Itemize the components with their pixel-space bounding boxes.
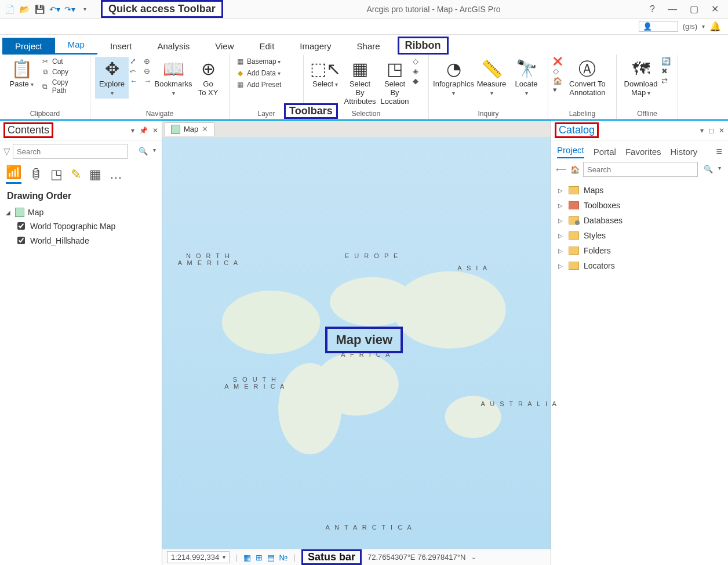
paste-button[interactable]: 📋 Paste xyxy=(5,57,38,90)
contents-view-modes: 📶 🛢 ◳ ✎ ▦ … xyxy=(0,162,162,186)
map-canvas[interactable]: N O R T HA M E R I C A E U R O P E A S I… xyxy=(162,137,551,549)
layer-item[interactable]: World_Hillshade xyxy=(5,233,157,248)
map-tab[interactable]: Map ✕ xyxy=(165,122,214,136)
list-by-drawing-order-icon[interactable]: 📶 xyxy=(6,165,21,184)
catalog-tab-portal[interactable]: Portal xyxy=(594,147,616,157)
selection-mini-tools[interactable]: ◇ ◈ ◆ xyxy=(413,57,424,85)
list-by-source-icon[interactable]: 🛢 xyxy=(30,167,42,182)
download-map-button[interactable]: 🗺 Download Map xyxy=(621,57,660,99)
ribbon-group-title: Navigate xyxy=(95,108,224,118)
signin-box[interactable]: 👤 xyxy=(639,21,678,32)
correction-icon[interactable]: № xyxy=(279,553,288,562)
pane-close-icon[interactable]: ✕ xyxy=(152,126,158,135)
catalog-node[interactable]: ▷Maps xyxy=(556,183,723,198)
new-project-icon[interactable]: 📄 xyxy=(3,3,15,15)
layer-item[interactable]: World Topographic Map xyxy=(5,219,157,233)
snapping-icon[interactable]: ▦ xyxy=(243,553,251,562)
redo-icon[interactable]: ↷▾ xyxy=(64,3,75,15)
pane-pin-icon[interactable]: 📌 xyxy=(139,126,148,135)
list-by-editing-icon[interactable]: ✎ xyxy=(71,167,81,182)
search-dropdown-icon[interactable]: ▾ xyxy=(718,165,721,171)
search-dropdown-icon[interactable]: ▾ xyxy=(153,147,156,153)
copy-button[interactable]: ⧉Copy xyxy=(39,67,85,77)
catalog-home-icon[interactable]: 🏠 xyxy=(570,165,580,174)
layer-visibility-checkbox[interactable] xyxy=(17,222,25,230)
tab-analysis[interactable]: Analysis xyxy=(144,38,202,55)
save-project-icon[interactable]: 💾 xyxy=(34,3,45,15)
cut-icon: ✂ xyxy=(41,57,50,66)
catalog-node[interactable]: ▷Folders xyxy=(556,243,723,258)
minimize-icon[interactable]: — xyxy=(668,4,677,15)
pane-close-icon[interactable]: ✕ xyxy=(719,126,725,135)
scale-dropdown-icon[interactable]: ▾ xyxy=(223,554,225,560)
catalog-back-icon[interactable]: ⟵ xyxy=(556,165,567,174)
locate-button[interactable]: 🔭 Locate xyxy=(509,57,543,99)
grid-icon[interactable]: ▤ xyxy=(267,553,275,562)
offline-mini-tools[interactable]: 🔄✖⇄ xyxy=(661,57,673,85)
contents-search-input[interactable] xyxy=(13,144,128,159)
tab-share[interactable]: Share xyxy=(344,38,393,55)
catalog-search-input[interactable] xyxy=(583,162,698,177)
catalog-tab-history[interactable]: History xyxy=(671,147,698,157)
tab-view[interactable]: View xyxy=(202,38,246,55)
infographics-button[interactable]: ◔ Infographics xyxy=(434,57,474,99)
list-by-snapping-icon[interactable]: ▦ xyxy=(89,167,101,182)
add-data-icon: ◆ xyxy=(235,69,245,77)
map-tab-close-icon[interactable]: ✕ xyxy=(202,125,208,133)
layer-visibility-checkbox[interactable] xyxy=(17,237,25,244)
navigate-mini-tools[interactable]: ⤢⊕ ⤺⊖ ←→ xyxy=(130,57,155,85)
tab-project[interactable]: Project xyxy=(2,38,55,55)
map-root-node[interactable]: ◢ Map xyxy=(5,206,157,219)
close-icon[interactable]: ✕ xyxy=(711,3,719,15)
measure-button[interactable]: 📏 Measure xyxy=(475,57,508,99)
map-scale-input[interactable]: 1:214,992,334 ▾ xyxy=(167,551,230,563)
map-label-an: A N T A R C T I C A xyxy=(325,524,413,531)
coords-dropdown-icon[interactable]: ⌄ xyxy=(471,554,476,560)
convert-to-annotation-button[interactable]: Ⓐ Convert To Annotation xyxy=(566,57,609,99)
cut-button[interactable]: ✂Cut xyxy=(39,57,85,66)
catalog-node[interactable]: ▷Toolboxes xyxy=(556,198,723,213)
search-icon[interactable]: 🔍 xyxy=(139,147,148,155)
help-icon[interactable]: ? xyxy=(650,4,655,15)
pane-float-icon[interactable]: ◻ xyxy=(708,126,714,135)
signin-dropdown-icon[interactable]: ▾ xyxy=(702,23,705,30)
pane-options-icon[interactable]: ▾ xyxy=(700,126,704,135)
tab-imagery[interactable]: Imagery xyxy=(287,38,344,55)
copy-path-button[interactable]: ⧉Copy Path xyxy=(39,78,85,95)
basemap-button[interactable]: ▦Basemap xyxy=(234,57,299,66)
layer-label: World_Hillshade xyxy=(30,236,89,245)
maximize-icon[interactable]: ▢ xyxy=(690,3,698,15)
select-by-attributes-button[interactable]: ▦ Select By Attributes xyxy=(343,57,377,107)
catalog-tab-favorites[interactable]: Favorites xyxy=(625,147,661,157)
map-label-na: N O R T HA M E R I C A xyxy=(178,252,239,266)
add-data-button[interactable]: ◆Add Data xyxy=(234,68,299,78)
catalog-menu-icon[interactable]: ≡ xyxy=(716,146,722,158)
tab-map[interactable]: Map xyxy=(55,36,97,55)
gotoxy-button[interactable]: ⊕ Go To XY xyxy=(191,57,225,99)
infographics-icon: ◔ xyxy=(446,58,461,80)
notifications-icon[interactable]: 🔔 xyxy=(709,21,721,32)
list-by-selection-icon[interactable]: ◳ xyxy=(50,167,63,182)
labeling-mini-tools[interactable]: ❌◇🏠▾ xyxy=(553,57,565,94)
pane-options-icon[interactable]: ▾ xyxy=(131,126,134,135)
qat-customize-icon[interactable]: ▾ xyxy=(79,3,90,15)
select-button[interactable]: ⬚↖ Select xyxy=(308,57,342,90)
constraints-icon[interactable]: ⊞ xyxy=(256,553,263,562)
tab-edit[interactable]: Edit xyxy=(247,38,287,55)
title-bar: 📄 📂 💾 ↶▾ ↷▾ ▾ Quick access Toolbar Arcgi… xyxy=(0,0,728,19)
catalog-node[interactable]: ▷Styles xyxy=(556,228,723,243)
catalog-node[interactable]: ▷Databases xyxy=(556,213,723,228)
bookmarks-button[interactable]: 📖 Bookmarks xyxy=(156,57,190,99)
explore-button[interactable]: ✥ Explore xyxy=(95,57,129,99)
filter-icon[interactable]: ▽ xyxy=(3,146,10,157)
tab-insert[interactable]: Insert xyxy=(97,38,145,55)
search-icon[interactable]: 🔍 xyxy=(704,165,713,173)
open-project-icon[interactable]: 📂 xyxy=(19,3,30,15)
select-by-location-button[interactable]: ◳ Select By Location xyxy=(378,57,412,107)
contents-more-icon[interactable]: … xyxy=(110,167,122,182)
expander-icon[interactable]: ◢ xyxy=(6,209,12,216)
catalog-node[interactable]: ▷Locators xyxy=(556,258,723,273)
undo-icon[interactable]: ↶▾ xyxy=(49,3,60,15)
catalog-tab-project[interactable]: Project xyxy=(557,145,584,158)
add-preset-button[interactable]: ▦Add Preset xyxy=(234,80,299,89)
